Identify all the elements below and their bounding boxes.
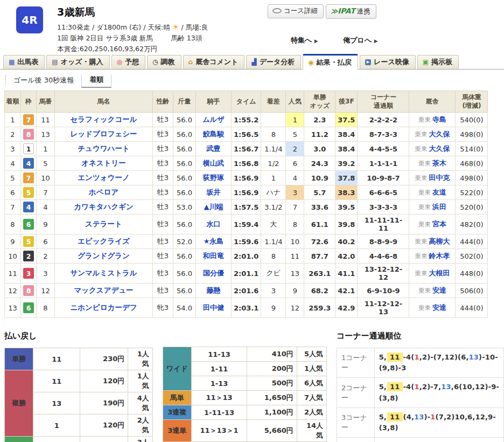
sex-age-cell: 牡3 bbox=[153, 234, 173, 249]
frame-badge: 4 bbox=[23, 202, 34, 212]
jockey-link[interactable]: 荻野琢 bbox=[203, 174, 224, 182]
ipat-link-button[interactable]: ≫IPAT連携 bbox=[326, 4, 376, 19]
tab-prediction-target[interactable]: ◎予想 bbox=[111, 55, 145, 69]
corner-row: 1コーナー5,11-4(1,2)-(7,12)(6,13)-10-(9,8)-3 bbox=[337, 348, 503, 378]
jockey-link[interactable]: 和田竜 bbox=[203, 252, 224, 260]
payout-row: 3連複1-11-131,100円2人気 bbox=[163, 405, 326, 420]
payout-amount: 200円 bbox=[247, 362, 297, 376]
jockey-link[interactable]: 藤懸 bbox=[207, 286, 221, 294]
time-cell: 2:01.1 bbox=[232, 264, 261, 284]
popularity-cell: 11 bbox=[286, 249, 304, 264]
tab-coins[interactable]: ◉結果・払戻 bbox=[303, 54, 358, 70]
subtab-flash-report[interactable]: ゴール後 30秒速報 bbox=[5, 75, 81, 86]
payout-combination: 13 bbox=[33, 392, 80, 415]
speech-bubble-icon: ▣ bbox=[423, 59, 429, 65]
payout-amount: 190円 bbox=[80, 392, 128, 415]
tab-odds-board[interactable]: ▤オッズ・購入 bbox=[46, 55, 109, 69]
course-detail-button[interactable]: コース詳細 bbox=[268, 4, 324, 18]
win-odds-cell: 5.7 bbox=[304, 185, 335, 200]
jockey-link[interactable]: 田中健 bbox=[203, 303, 224, 312]
horse-name-cell: サンマルミストラル bbox=[55, 264, 153, 284]
trainer-link[interactable]: 大根田 bbox=[429, 269, 450, 277]
horse-name-link[interactable]: グランドグラン bbox=[78, 251, 130, 260]
tab-stable-barn[interactable]: ⌂厩舎コメント bbox=[183, 55, 245, 69]
horse-name-link[interactable]: ステラート bbox=[85, 219, 122, 228]
jockey-link[interactable]: ▲川端 bbox=[204, 203, 223, 211]
trainer-link[interactable]: 寺島 bbox=[432, 115, 446, 123]
trainer-link[interactable]: 高柳大 bbox=[429, 237, 450, 245]
trainer-link[interactable]: 鈴木孝 bbox=[429, 252, 450, 260]
tab-label: データ分析 bbox=[260, 57, 295, 67]
bar-chart-icon: ▟ bbox=[251, 59, 256, 65]
course-oval-icon bbox=[272, 8, 282, 13]
trainer-link[interactable]: 安達 bbox=[432, 286, 446, 294]
corner-segment: 1 bbox=[430, 413, 435, 421]
result-row: 869ステラート牡356.0水口1:59.4大861.139.811-11-11… bbox=[5, 215, 488, 234]
tab-bar-chart[interactable]: ▟データ分析 bbox=[246, 55, 301, 69]
jockey-cell: 国分優 bbox=[196, 264, 232, 284]
region-label: 栗東 bbox=[418, 203, 431, 211]
subtab-finish-order[interactable]: 着順 bbox=[81, 74, 111, 88]
horse-name-link[interactable]: オネストリー bbox=[81, 158, 126, 167]
margin-cell: 大 bbox=[261, 215, 286, 234]
margin-cell: クビ bbox=[261, 264, 286, 284]
tab-video[interactable]: ▶レース映像 bbox=[360, 55, 416, 69]
jockey-link[interactable]: ★永島 bbox=[204, 237, 224, 245]
jockey-link[interactable]: 水口 bbox=[207, 220, 221, 228]
win-odds-cell: 68.2 bbox=[304, 284, 335, 298]
popularity-cell: 7 bbox=[286, 200, 304, 215]
time-cell: 2:03.1 bbox=[232, 298, 261, 318]
rank-cell: 7 bbox=[5, 200, 21, 215]
corner-order-text: (*5,11)(4,13)(1,7)-10,2-(6,12)9,3-8 bbox=[374, 438, 503, 442]
results-header-cell: 着順 bbox=[5, 91, 21, 113]
orepro-link[interactable]: 俺プロへ ▶ bbox=[343, 36, 377, 44]
horse-name-link[interactable]: エピックライズ bbox=[78, 237, 130, 245]
horse-name-link[interactable]: エンツォウーノ bbox=[78, 173, 129, 182]
horse-name-link[interactable]: レッドプロフェシー bbox=[70, 129, 137, 138]
jockey-link[interactable]: 鮫島駿 bbox=[203, 130, 224, 138]
win-odds-cell: 10.9 bbox=[304, 171, 335, 185]
special-feature-link[interactable]: 特集へ ▶ bbox=[291, 36, 318, 44]
rank-cell: 13 bbox=[5, 298, 21, 318]
payout-table-1: 単勝11230円1人気複勝11120円1人気13190円4人気1120円2人気枠… bbox=[4, 348, 153, 442]
corner-segment: 13 bbox=[469, 353, 479, 361]
horse-name-link[interactable]: チュウワハート bbox=[78, 144, 129, 153]
corner-passing-cell: 4-4-5-5 bbox=[358, 142, 409, 156]
margin-cell: 3.1/2 bbox=[261, 200, 286, 215]
jockey-link[interactable]: 横山武 bbox=[203, 159, 224, 167]
payout-amount: 410円 bbox=[247, 347, 297, 362]
trainer-link[interactable]: 友道 bbox=[432, 188, 446, 196]
trainer-link[interactable]: 浜田 bbox=[432, 203, 446, 211]
stable-cell: 栗東大根田 bbox=[409, 264, 456, 284]
trainer-link[interactable]: 宮本 bbox=[432, 220, 446, 228]
odds-board-icon: ▤ bbox=[52, 59, 58, 65]
horse-name-link[interactable]: セラフィックコール bbox=[70, 115, 137, 123]
trainer-link[interactable]: 大久保 bbox=[429, 144, 450, 153]
trainer-link[interactable]: 田中克 bbox=[429, 174, 450, 182]
tab-speech-bubble[interactable]: ▣掲示板 bbox=[417, 55, 459, 69]
horse-name-link[interactable]: ホペロア bbox=[89, 188, 118, 196]
horse-name-link[interactable]: カワキタハクギン bbox=[74, 202, 134, 211]
jockey-link[interactable]: ムルザ bbox=[203, 115, 225, 123]
rank-cell: 8 bbox=[5, 215, 21, 234]
trainer-link[interactable]: 大久保 bbox=[429, 130, 450, 138]
horse-name-link[interactable]: サンマルミストラル bbox=[70, 268, 137, 277]
last-3f-cell: 42.9 bbox=[335, 298, 358, 318]
trainer-link[interactable]: 茶木 bbox=[432, 159, 446, 167]
popularity-cell: 5 bbox=[286, 127, 304, 142]
tab-entry-table[interactable]: ▦出馬表 bbox=[3, 55, 45, 69]
horse-name-link[interactable]: ニホンピロカーデフ bbox=[70, 303, 137, 312]
jockey-link[interactable]: 坂井 bbox=[207, 188, 221, 196]
stable-cell: 栗東大久保 bbox=[409, 127, 456, 142]
trainer-link[interactable]: 安達 bbox=[432, 303, 446, 312]
popularity-cell: 3 bbox=[286, 185, 304, 200]
jockey-link[interactable]: 武豊 bbox=[207, 144, 221, 153]
horse-name-link[interactable]: マックスアデュー bbox=[74, 286, 133, 294]
jockey-link[interactable]: 国分優 bbox=[203, 269, 224, 277]
frame-cell: 7 bbox=[21, 171, 37, 185]
result-row: 445オネストリー牡356.0横山武1:56.81/2624.339.21-1-… bbox=[5, 156, 488, 171]
tab-stopwatch[interactable]: ◷調教 bbox=[147, 55, 181, 69]
region-label: 栗東 bbox=[415, 238, 427, 245]
payout-amount: 120円 bbox=[80, 370, 128, 392]
jockey-cell: ムルザ bbox=[196, 113, 232, 127]
